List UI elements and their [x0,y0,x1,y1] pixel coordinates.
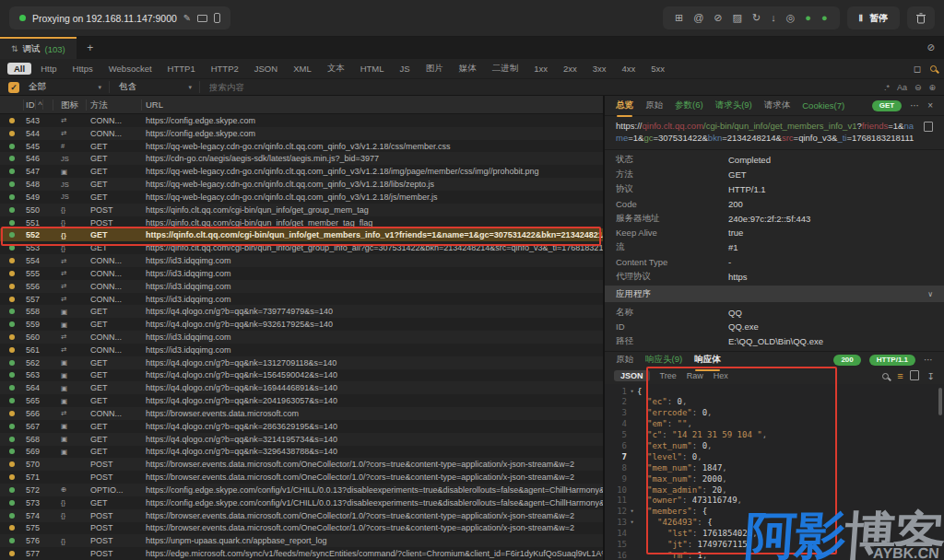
table-row[interactable]: 568▣GEThttps://q4.qlogo.cn/g?b=qq&nk=321… [0,433,603,446]
table-row[interactable]: 565▣GEThttps://q4.qlogo.cn/g?b=qq&nk=204… [0,394,603,407]
view-tab-hex[interactable]: Hex [714,371,728,380]
table-row[interactable]: 577POSThttps://edge.microsoft.com/sync/v… [0,547,603,560]
regex-icon[interactable]: .* [884,83,890,92]
filter-chip-二进制[interactable]: 二进制 [486,62,525,76]
table-row[interactable]: 572⊕OPTIO...https://config.edge.skype.co… [0,484,603,496]
request-tab-Cookies(7)[interactable]: Cookies(7) [802,100,844,111]
format-icon[interactable]: ≡ [897,370,903,381]
table-row[interactable]: 546JSGEThttps://cdn-go.cn/aegis/aegis-sd… [0,152,603,165]
expand-icon[interactable]: ▾ [627,507,637,518]
table-row[interactable]: 570POSThttps://browser.events.data.micro… [0,458,603,471]
filter-chip-http2[interactable]: HTTP2 [205,63,245,75]
response-tab-原始[interactable]: 原始 [616,354,633,366]
filter-chip-xml[interactable]: XML [287,63,318,75]
view-tab-raw[interactable]: Raw [687,371,703,380]
scrollbar[interactable] [938,388,942,415]
filter-chip-3xx[interactable]: 3xx [586,63,613,75]
edit-proxy-icon[interactable]: ✎ [183,14,191,23]
api-testing-icon[interactable]: ⊞ [675,13,683,23]
expand-icon[interactable]: ▾ [627,518,637,529]
filter-chip-http[interactable]: Http [34,63,63,75]
filter-chip-http1[interactable]: HTTP1 [161,63,202,75]
table-row[interactable]: 573{}GEThttps://config.edge.skype.com/co… [0,496,603,509]
table-row[interactable]: 561⇄CONN...https://id3.idqqimg.com [0,344,603,356]
table-row[interactable]: 574{}POSThttps://browser.events.data.mic… [0,509,603,522]
clear-button[interactable] [907,6,935,29]
record-icon[interactable]: ◎ [786,13,796,23]
request-tab-参数(6)[interactable]: 参数(6) [675,99,703,111]
table-row[interactable]: 563▣GEThttps://q4.qlogo.cn/g?b=qq&nk=156… [0,369,603,382]
search-icon[interactable] [930,65,937,72]
search-input[interactable] [209,82,875,92]
proxy-status-pill[interactable]: Proxying on 192.168.11.147:9000 ✎ [9,6,230,29]
table-row[interactable]: 543⇄CONN...https://config.edge.skype.com [0,114,603,127]
rewrite-icon[interactable]: ↻ [752,13,761,23]
at-icon[interactable]: @ [693,13,703,23]
remove-filter-icon[interactable]: ⊖ [914,83,922,92]
filter-chip-js[interactable]: JS [394,63,417,75]
copy-body-icon[interactable] [912,372,919,380]
vpn-icon[interactable]: ● [821,13,828,23]
table-row[interactable]: 559▣GEThttps://q4.qlogo.cn/g?b=qq&nk=932… [0,318,603,331]
add-tab-button[interactable]: + [77,37,104,59]
filter-chip-https[interactable]: Https [66,63,100,75]
table-row[interactable]: 562▣GEThttps://q4.qlogo.cn/g?b=qq&nk=131… [0,356,603,369]
filter-chip-2xx[interactable]: 2xx [557,63,584,75]
table-row[interactable]: 550{}POSThttps://qinfo.clt.qq.com/cgi-bi… [0,204,603,216]
request-tab-请求头(9)[interactable]: 请求头(9) [715,99,752,111]
mock-off-icon[interactable]: ▨ [733,13,742,23]
table-row[interactable]: 547▣GEThttps://qq-web-legacy.cdn-go.cn/q… [0,165,603,178]
table-row[interactable]: 569▣GEThttps://q4.qlogo.cn/g?b=qq&nk=329… [0,446,603,459]
table-row[interactable]: 575POSThttps://browser.events.data.micro… [0,522,603,535]
view-tab-tree[interactable]: Tree [660,371,677,380]
view-tab-json[interactable]: JSON [614,370,650,381]
filter-chip-json[interactable]: JSON [248,63,284,75]
copy-icon[interactable] [926,123,933,132]
table-row[interactable]: 576{}POSThttps://unpm-upaas.quark.cn/app… [0,534,603,547]
add-filter-icon[interactable]: ⊕ [928,83,936,92]
search-body-icon[interactable] [882,373,889,379]
filter-chip-websocket[interactable]: Websocket [102,63,159,75]
highlight-filter-icon[interactable]: ◻ [914,64,921,74]
table-row[interactable]: 552{}GEThttps://qinfo.clt.qq.com/cgi-bin… [0,228,603,241]
filter-chip-5xx[interactable]: 5xx [644,63,671,75]
filter-checkbox[interactable]: ✓ [8,82,19,93]
network-off-icon[interactable]: ⊘ [714,13,722,23]
request-tab-原始[interactable]: 原始 [645,99,663,111]
table-row[interactable]: 557⇄CONN...https://id3.idqqimg.com [0,293,603,306]
more-icon[interactable]: ⋯ [924,355,933,365]
response-tab-响应头(9)[interactable]: 响应头(9) [645,354,682,366]
pause-button[interactable]: Ⅱ 暂停 [847,6,900,29]
traffic-globe-icon[interactable]: ● [805,13,811,23]
download-icon[interactable]: ↓ [771,13,776,23]
scope-select[interactable]: 全部 ▾ [29,81,110,93]
table-row[interactable]: 544⇄CONN...https://config.edge.skype.com [0,127,603,140]
table-row[interactable]: 545#GEThttps://qq-web-legacy.cdn-go.cn/q… [0,140,603,153]
table-row[interactable]: 555⇄CONN...https://id3.idqqimg.com [0,267,603,280]
table-row[interactable]: 556⇄CONN...https://id3.idqqimg.com [0,280,603,293]
expand-icon[interactable]: ▾ [627,387,637,398]
table-header[interactable]: ID ^ 图标 方法 URL [0,96,603,114]
filter-chip-1xx[interactable]: 1xx [527,63,554,75]
filter-chip-媒体[interactable]: 媒体 [453,62,483,76]
close-icon[interactable]: × [927,100,933,111]
table-row[interactable]: 560⇄CONN...https://id3.idqqimg.com [0,331,603,344]
screenshot-off-icon[interactable]: ⊘ [927,43,935,52]
more-icon[interactable]: ⋯ [910,100,919,111]
table-row[interactable]: 548JSGEThttps://qq-web-legacy.cdn-go.cn/… [0,178,603,191]
request-url[interactable]: https://qinfo.clt.qq.com/cgi-bin/qun_inf… [616,120,918,144]
table-row[interactable]: 551{}POSThttps://qinfo.clt.qq.com/cgi-bi… [0,216,603,229]
tab-debug[interactable]: ⇅ 调试 (103) [0,37,77,59]
match-case-icon[interactable]: Aa [897,83,907,92]
table-row[interactable]: 566⇄CONN...https://browser.events.data.m… [0,407,603,420]
filter-chip-图片[interactable]: 图片 [419,62,450,76]
table-row[interactable]: 564▣GEThttps://q4.qlogo.cn/g?b=qq&nk=169… [0,381,603,394]
table-row[interactable]: 571POSThttps://browser.events.data.micro… [0,471,603,484]
filter-chip-4xx[interactable]: 4xx [616,63,643,75]
filter-chip-文本[interactable]: 文本 [321,62,351,76]
table-row[interactable]: 567▣GEThttps://q4.qlogo.cn/g?b=qq&nk=286… [0,420,603,433]
filter-chip-html[interactable]: HTML [354,63,391,75]
request-tab-请求体[interactable]: 请求体 [764,99,791,111]
response-tab-响应体[interactable]: 响应体 [694,354,721,366]
certificate-icon[interactable] [197,15,207,22]
